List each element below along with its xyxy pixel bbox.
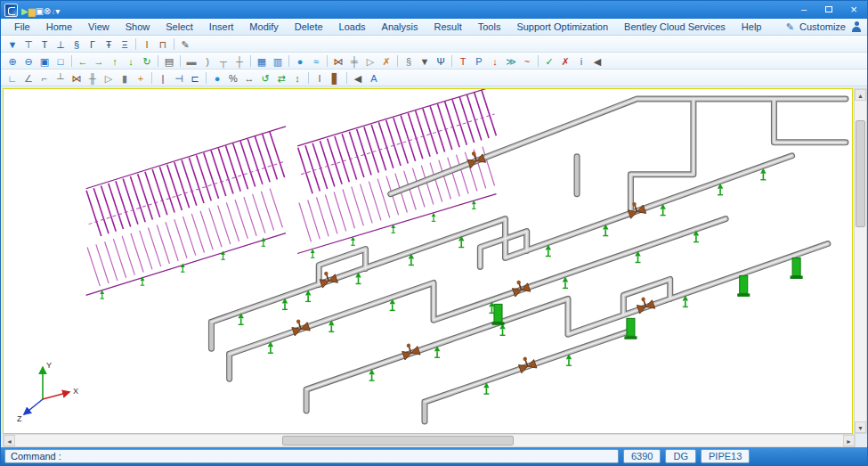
pipe-run-icon[interactable]: ▬ xyxy=(183,53,199,69)
support-anchor-icon[interactable]: ⊤ xyxy=(20,37,37,52)
support-damper-icon[interactable]: Ξ xyxy=(117,37,133,52)
zoom-extents-icon[interactable]: □ xyxy=(53,53,69,69)
scroll-left-icon[interactable]: ◄ xyxy=(4,435,15,446)
new-model-icon[interactable]: ▶ xyxy=(21,6,28,16)
customize-menu[interactable]: Customize xyxy=(799,21,846,32)
flange-icon[interactable]: ╪ xyxy=(346,53,362,69)
spring-icon[interactable]: § xyxy=(401,53,417,69)
percent-icon[interactable]: % xyxy=(225,70,241,86)
guide-clamp-icon[interactable]: ⊏ xyxy=(187,70,203,86)
pan-down-icon[interactable]: ↓ xyxy=(123,53,139,69)
zoom-out-icon[interactable]: ⊖ xyxy=(20,53,37,69)
weight-icon[interactable]: ▼ xyxy=(417,53,433,69)
menu-item-support-optimization[interactable]: Support Optimization xyxy=(508,20,616,34)
cross-icon[interactable]: ┼ xyxy=(231,53,247,69)
seismic-icon[interactable]: ~ xyxy=(519,53,535,69)
pan-right-icon[interactable]: → xyxy=(91,53,107,69)
support-spring-icon[interactable]: § xyxy=(69,37,85,52)
menu-item-tools[interactable]: Tools xyxy=(470,20,509,34)
wind-load-icon[interactable]: ≫ xyxy=(503,53,519,69)
scroll-up-icon[interactable]: ▲ xyxy=(855,89,866,101)
close-button[interactable]: × xyxy=(842,3,865,17)
zoom-in-icon[interactable]: ⊕ xyxy=(4,53,20,69)
miter-bend-icon[interactable]: ⌐ xyxy=(37,70,53,86)
menu-item-delete[interactable]: Delete xyxy=(287,20,331,34)
rotate-view-icon[interactable]: ↻ xyxy=(139,53,155,69)
print-icon[interactable]: ▤ xyxy=(161,53,177,69)
beam-i-icon[interactable]: I xyxy=(312,70,328,86)
weld-point-icon[interactable]: + xyxy=(133,70,149,86)
audio-note-icon[interactable]: ◀ xyxy=(589,53,605,69)
pan-up-icon[interactable]: ↑ xyxy=(107,53,123,69)
menu-item-insert[interactable]: Insert xyxy=(201,20,242,34)
beam-icon[interactable]: I xyxy=(139,37,155,52)
hanger-rod-icon[interactable]: | xyxy=(155,70,171,86)
menu-item-help[interactable]: Help xyxy=(734,20,770,34)
text-note-icon[interactable]: A xyxy=(366,70,382,86)
support-hanger-icon[interactable]: Γ xyxy=(85,37,101,52)
tee-icon[interactable]: ┬ xyxy=(215,53,231,69)
menu-item-bentley-cloud-services[interactable]: Bentley Cloud Services xyxy=(616,20,734,34)
vscroll-track[interactable] xyxy=(855,101,866,421)
vscroll-thumb[interactable] xyxy=(856,120,865,227)
section-icon[interactable]: ▥ xyxy=(270,53,286,69)
elbow-90-icon[interactable]: ∟ xyxy=(4,70,20,86)
mirror-icon[interactable]: ⇄ xyxy=(273,70,289,86)
force-icon[interactable]: ↓ xyxy=(487,53,503,69)
anchor-icon[interactable]: Ψ xyxy=(433,53,449,69)
edit-pen-icon[interactable]: ✎ xyxy=(177,37,193,52)
pan-left-icon[interactable]: ← xyxy=(75,53,91,69)
menu-item-show[interactable]: Show xyxy=(118,20,158,34)
model-viewport[interactable]: Y X Z xyxy=(3,88,853,434)
insulation-icon[interactable]: ≈ xyxy=(308,53,324,69)
menu-item-view[interactable]: View xyxy=(80,20,118,34)
snubber-icon[interactable]: ⊣ xyxy=(171,70,187,86)
menu-item-analysis[interactable]: Analysis xyxy=(374,20,426,34)
support-guide-icon[interactable]: T xyxy=(37,37,53,52)
scroll-right-icon[interactable]: ► xyxy=(843,435,855,446)
user-account-icon[interactable] xyxy=(851,21,862,32)
menu-item-home[interactable]: Home xyxy=(38,20,80,34)
menu-item-loads[interactable]: Loads xyxy=(331,20,374,34)
frame-icon[interactable]: ⊓ xyxy=(155,37,171,52)
close-model-icon[interactable]: ⊗ xyxy=(44,6,51,16)
fluid-drop-icon[interactable]: ● xyxy=(292,53,308,69)
menu-item-modify[interactable]: Modify xyxy=(241,20,286,34)
support-line-stop-icon[interactable]: ⊥ xyxy=(53,37,69,52)
grid-icon[interactable]: ▦ xyxy=(254,53,270,69)
info-icon[interactable]: i xyxy=(573,53,589,69)
menu-item-file[interactable]: File xyxy=(6,20,38,34)
maximize-button[interactable] xyxy=(817,3,840,17)
reducer-icon[interactable]: ▷ xyxy=(362,53,378,69)
dimension-icon[interactable]: ↔ xyxy=(241,70,257,86)
temperature-icon[interactable]: T xyxy=(455,53,471,69)
save-icon[interactable]: ▣ xyxy=(35,6,43,16)
weld-icon[interactable]: ✗ xyxy=(378,53,394,69)
speaker-icon[interactable]: ◀ xyxy=(350,70,366,86)
quick-access-menu-icon[interactable]: ▾ xyxy=(55,6,60,16)
minimize-button[interactable]: – xyxy=(792,3,815,17)
reducer-con-icon[interactable]: ▷ xyxy=(101,70,117,86)
vertical-scrollbar[interactable]: ▲ ▼ xyxy=(854,88,867,434)
drop-icon[interactable]: ● xyxy=(209,70,225,86)
rotate-ccw-icon[interactable]: ↺ xyxy=(257,70,273,86)
app-icon[interactable] xyxy=(4,4,18,17)
hscroll-track[interactable] xyxy=(15,435,843,446)
column-icon[interactable]: ▋ xyxy=(328,70,344,86)
gate-valve-icon[interactable]: ⋈ xyxy=(69,70,85,86)
pressure-icon[interactable]: P xyxy=(471,53,487,69)
menu-item-result[interactable]: Result xyxy=(426,20,470,34)
bend-icon[interactable]: ) xyxy=(199,53,215,69)
support-rod-icon[interactable]: Ŧ xyxy=(101,37,117,52)
menu-item-select[interactable]: Select xyxy=(158,20,201,34)
cap-icon[interactable]: ▮ xyxy=(117,70,133,86)
delete-icon[interactable]: ✗ xyxy=(557,53,573,69)
command-input[interactable]: Command : xyxy=(4,449,619,463)
stretch-icon[interactable]: ↕ xyxy=(289,70,305,86)
check-model-icon[interactable]: ✓ xyxy=(541,53,557,69)
horizontal-scrollbar[interactable]: ◄ ► xyxy=(3,434,856,447)
show-hide-filter-icon[interactable]: ▼ xyxy=(4,37,20,52)
scroll-down-icon[interactable]: ▼ xyxy=(855,421,866,433)
valve-icon[interactable]: ⋈ xyxy=(330,53,346,69)
flange-pair-icon[interactable]: ╫ xyxy=(85,70,101,86)
